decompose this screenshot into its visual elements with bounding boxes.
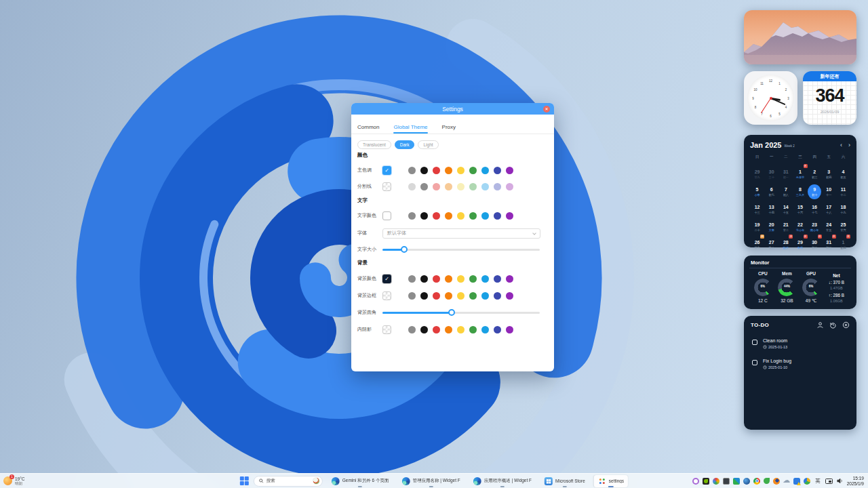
weather-button[interactable]: 1 19°C 晴朗 xyxy=(3,474,25,488)
color-swatch[interactable] xyxy=(506,183,513,190)
color-swatch[interactable] xyxy=(420,275,428,283)
tray-icon[interactable] xyxy=(764,478,770,484)
theme-mode-pill[interactable]: Light xyxy=(418,140,438,149)
calendar-cell[interactable]: 16 十七 xyxy=(808,199,822,217)
calendar-cell[interactable]: 10 十一 xyxy=(822,182,836,199)
todo-item[interactable]: Fix Login bug 2025-01-10 xyxy=(751,358,850,369)
color-swatch[interactable] xyxy=(457,167,465,174)
color-swatch[interactable] xyxy=(445,183,452,190)
tab[interactable]: Global Theme xyxy=(393,120,427,134)
primary-color-selected-swatch[interactable]: ✓ xyxy=(382,166,391,175)
color-swatch[interactable] xyxy=(469,212,477,220)
color-swatch[interactable] xyxy=(408,212,416,220)
color-swatch[interactable] xyxy=(433,292,440,300)
calendar-next-icon[interactable]: › xyxy=(848,142,850,148)
user-icon[interactable] xyxy=(816,321,824,329)
color-swatch[interactable] xyxy=(408,326,416,333)
slider-thumb[interactable] xyxy=(401,246,408,253)
color-swatch[interactable] xyxy=(408,275,416,283)
color-swatch[interactable] xyxy=(457,326,465,333)
calendar-cell[interactable]: 30 初二 休 xyxy=(808,235,822,252)
color-swatch[interactable] xyxy=(481,275,489,283)
calendar-cell[interactable]: 14 十五 xyxy=(778,199,793,217)
color-swatch[interactable] xyxy=(420,292,428,300)
color-swatch[interactable] xyxy=(494,183,501,190)
close-icon[interactable]: ✕ xyxy=(543,106,550,113)
color-swatch[interactable] xyxy=(396,292,403,300)
calendar-cell[interactable]: 22 北小年 xyxy=(793,217,807,235)
color-swatch[interactable] xyxy=(457,212,465,220)
calendar-cell[interactable]: 8 三九天 xyxy=(793,182,807,199)
color-swatch[interactable] xyxy=(506,275,513,283)
color-swatch[interactable] xyxy=(433,183,440,190)
calendar-cell[interactable]: 1 初四 休 xyxy=(836,235,850,252)
color-swatch[interactable] xyxy=(494,292,501,300)
text-size-slider[interactable] xyxy=(382,246,540,253)
taskbar-app-button[interactable]: 应用程序概述 | Widget F xyxy=(469,475,536,487)
calendar-cell[interactable]: 19 二十 xyxy=(750,217,764,235)
clock-widget[interactable]: 12 1 2 3 4 5 6 7 8 9 10 11 xyxy=(744,71,797,125)
color-swatch[interactable] xyxy=(457,275,465,283)
color-swatch[interactable] xyxy=(396,167,403,174)
color-swatch[interactable] xyxy=(445,167,452,174)
calendar-cell[interactable]: 2 初三 xyxy=(808,164,822,182)
taskbar-app-button[interactable]: Microsoft Store xyxy=(540,475,589,487)
color-swatch[interactable] xyxy=(408,183,416,190)
tray-icon[interactable] xyxy=(692,478,699,485)
calendar-cell[interactable]: 4 初五 xyxy=(836,164,850,182)
todo-item[interactable]: Clean room 2025-01-13 xyxy=(751,338,850,349)
calendar-cell[interactable]: 13 十四 xyxy=(764,199,778,217)
color-swatch[interactable] xyxy=(408,167,416,174)
history-icon[interactable] xyxy=(829,321,837,329)
color-swatch[interactable] xyxy=(494,275,501,283)
photo-widget[interactable] xyxy=(744,10,856,64)
theme-mode-pill[interactable]: Dark xyxy=(395,140,415,149)
calendar-cell[interactable]: 30 三十 xyxy=(764,164,778,182)
divider-none-swatch[interactable] xyxy=(382,182,391,191)
speaker-icon[interactable] xyxy=(836,477,844,485)
tray-icon[interactable] xyxy=(743,478,750,485)
calendar-cell[interactable]: 9 初十 xyxy=(808,182,822,199)
color-swatch[interactable] xyxy=(420,212,428,220)
taskbar-app-button[interactable]: settings xyxy=(594,475,628,487)
add-todo-icon[interactable] xyxy=(842,321,850,329)
color-swatch[interactable] xyxy=(469,167,477,174)
calendar-cell[interactable]: 7 初八 xyxy=(778,182,793,199)
calendar-cell[interactable]: 6 初七 xyxy=(764,182,778,199)
calendar-cell[interactable]: 1 元旦节 休 xyxy=(793,164,807,182)
color-swatch[interactable] xyxy=(433,275,440,283)
inner-shadow-none-swatch[interactable] xyxy=(382,325,391,334)
color-swatch[interactable] xyxy=(481,183,489,190)
calendar-cell[interactable]: 27 廿八 xyxy=(764,235,778,252)
calendar-cell[interactable]: 11 十二 xyxy=(836,182,850,199)
color-swatch[interactable] xyxy=(420,167,428,174)
calendar-cell[interactable]: 20 大寒 xyxy=(764,217,778,235)
countdown-widget[interactable]: 新年还有 364 2026/01/09 xyxy=(803,71,856,125)
color-swatch[interactable] xyxy=(494,167,501,174)
color-swatch[interactable] xyxy=(396,183,403,190)
calendar-cell[interactable]: 29 春节 休 xyxy=(793,235,807,252)
calendar-cell[interactable]: 25 廿六 xyxy=(836,217,850,235)
tray-icon[interactable] xyxy=(723,478,730,485)
color-swatch[interactable] xyxy=(457,292,465,300)
color-swatch[interactable] xyxy=(396,212,403,220)
color-swatch[interactable] xyxy=(469,292,477,300)
start-button[interactable] xyxy=(240,476,249,485)
taskbar-clock[interactable]: 15:19 2025/1/9 xyxy=(847,476,864,487)
slider-thumb[interactable] xyxy=(448,309,455,316)
color-swatch[interactable] xyxy=(445,212,452,220)
tray-icon[interactable] xyxy=(793,478,800,485)
color-swatch[interactable] xyxy=(445,275,452,283)
display-tray-icon[interactable] xyxy=(825,479,833,484)
color-swatch[interactable] xyxy=(433,212,440,220)
bg-color-selected-swatch[interactable]: ✓ xyxy=(382,274,391,283)
color-swatch[interactable] xyxy=(408,292,416,300)
tray-icon[interactable] xyxy=(703,478,709,485)
bg-border-none-swatch[interactable] xyxy=(382,291,391,300)
color-swatch[interactable] xyxy=(481,326,489,333)
todo-checkbox[interactable] xyxy=(752,360,757,365)
ime-language-indicator[interactable]: 英 xyxy=(814,478,822,485)
color-swatch[interactable] xyxy=(506,212,513,220)
color-swatch[interactable] xyxy=(420,183,428,190)
color-swatch[interactable] xyxy=(396,326,403,333)
